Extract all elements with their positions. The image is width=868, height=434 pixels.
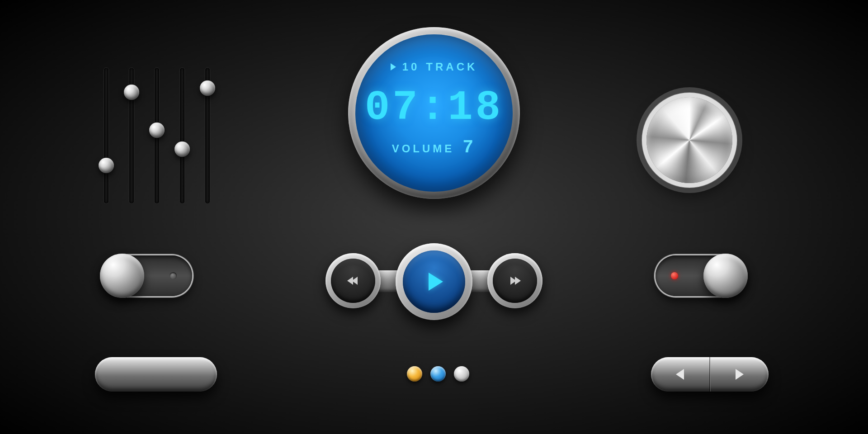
lcd-volume-row: VOLUME 7 (355, 137, 513, 158)
toggle-left-indicator (170, 272, 177, 279)
eq-band-5[interactable] (205, 68, 210, 203)
segmented-next-button[interactable] (710, 357, 769, 392)
toggle-switch-right[interactable] (656, 255, 746, 296)
toggle-right-indicator (671, 272, 678, 279)
lcd-track-row: 10 TRACK (355, 61, 513, 73)
volume-value: 7 (462, 137, 476, 158)
track-number: 10 (402, 61, 420, 73)
segmented-nav (651, 357, 769, 392)
eq-knob-5[interactable] (200, 80, 215, 96)
eq-knob-4[interactable] (175, 142, 190, 157)
next-button[interactable] (487, 253, 542, 308)
transport-controls (316, 244, 552, 321)
pill-button[interactable] (95, 357, 217, 392)
eq-band-4[interactable] (180, 68, 184, 203)
double-chevron-left-icon (349, 277, 358, 285)
equalizer (104, 68, 210, 203)
previous-button[interactable] (326, 253, 381, 308)
indicator-dots (407, 366, 469, 382)
eq-band-2[interactable] (129, 68, 134, 203)
lcd-display: 10 TRACK 07:18 VOLUME 7 (348, 27, 520, 199)
eq-band-3[interactable] (155, 68, 159, 203)
lcd-face: 10 TRACK 07:18 VOLUME 7 (355, 34, 513, 192)
double-chevron-right-icon (510, 277, 519, 285)
toggle-left-handle[interactable] (100, 254, 144, 298)
toggle-right-handle[interactable] (703, 254, 748, 298)
segmented-prev-button[interactable] (651, 357, 710, 392)
indicator-dot-silver[interactable] (454, 366, 469, 382)
eq-knob-1[interactable] (99, 158, 114, 173)
triangle-left-icon (676, 369, 684, 380)
toggle-switch-left[interactable] (102, 255, 192, 296)
volume-label: VOLUME (392, 142, 455, 155)
play-button[interactable] (396, 243, 472, 320)
rotary-knob[interactable] (646, 97, 732, 183)
indicator-dot-amber[interactable] (407, 366, 422, 382)
eq-band-1[interactable] (104, 68, 108, 203)
track-label: TRACK (426, 61, 477, 73)
eq-knob-2[interactable] (124, 85, 139, 100)
play-icon (429, 273, 443, 291)
triangle-right-icon (736, 369, 744, 380)
lcd-time: 07:18 (355, 84, 513, 132)
indicator-dot-blue[interactable] (430, 366, 446, 382)
eq-knob-3[interactable] (149, 123, 165, 138)
play-status-icon (391, 63, 396, 71)
